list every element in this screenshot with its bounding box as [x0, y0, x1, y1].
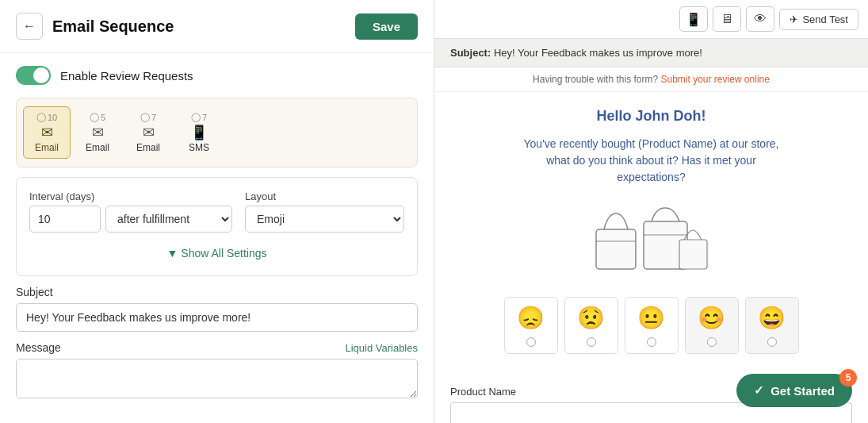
save-button[interactable]: Save [355, 13, 418, 40]
email-greeting: Hello John Doh! [466, 108, 836, 125]
right-panel: 📱 🖥 👁 ✈ Send Test Subject: Hey! Your Fee… [434, 0, 868, 423]
tab-type-0: Email [35, 142, 59, 153]
left-panel: ← Email Sequence Save Enable Review Requ… [0, 0, 434, 423]
emoji-5: 😄 [758, 305, 786, 331]
tab-day-1: ◯5 [90, 112, 105, 122]
email-icon-0: ✉ [41, 124, 53, 141]
top-bar: ← Email Sequence Save [0, 0, 434, 53]
send-icon: ✈ [790, 13, 798, 25]
get-started-badge: 5 [839, 369, 857, 386]
mobile-icon: 📱 [686, 12, 702, 27]
interval-input[interactable]: 10 [29, 206, 101, 233]
tab-type-3: SMS [189, 142, 209, 153]
rating-item-4[interactable]: 😊 [685, 297, 739, 354]
rating-radio-4[interactable] [707, 337, 717, 347]
subject-input[interactable] [16, 303, 418, 332]
page-title: Email Sequence [52, 17, 355, 36]
rating-item-1[interactable]: 😞 [504, 297, 558, 354]
desktop-view-button[interactable]: 🖥 [713, 6, 741, 32]
trouble-text: Having trouble with this form? [533, 74, 658, 85]
sequence-tabs: ◯10 ✉ Email ◯5 ✉ Email ◯7 ✉ Email ◯7 📱 S… [16, 98, 418, 167]
show-settings-label: Show All Settings [181, 247, 266, 260]
tab-type-1: Email [86, 142, 109, 153]
message-row: Message Liquid Variables [16, 341, 418, 354]
trouble-bar: Having trouble with this form? Submit yo… [434, 67, 868, 92]
preview-button[interactable]: 👁 [746, 6, 774, 32]
show-settings-button[interactable]: ▼ Show All Settings [29, 244, 404, 263]
get-started-checkmark: ✓ [754, 383, 764, 398]
subject-label: Subject [16, 286, 418, 298]
enable-label: Enable Review Requests [60, 69, 193, 83]
subject-bar: Subject: Hey! Your Feedback makes us imp… [434, 39, 868, 67]
rating-item-2[interactable]: 😟 [564, 297, 618, 354]
interval-label: Interval (days) [29, 190, 232, 202]
rating-item-3[interactable]: 😐 [625, 297, 679, 354]
rating-item-5[interactable]: 😄 [745, 297, 799, 354]
emoji-3: 😐 [637, 305, 665, 331]
emoji-4: 😊 [698, 305, 725, 331]
subject-box: Subject [16, 286, 418, 332]
sequence-tab-2[interactable]: ◯7 ✉ Email [124, 107, 172, 158]
rating-radio-1[interactable] [526, 337, 536, 347]
get-started-button[interactable]: ✓ Get Started 5 [736, 374, 852, 407]
liquid-variables-button[interactable]: Liquid Variables [345, 342, 418, 354]
message-textarea[interactable] [16, 359, 418, 398]
get-started-label: Get Started [770, 384, 835, 398]
preview-subject-text: Hey! Your Feedback makes us improve more… [494, 47, 702, 59]
send-test-button[interactable]: ✈ Send Test [779, 9, 858, 30]
message-label: Message [16, 341, 61, 354]
sms-icon-3: 📱 [190, 124, 208, 141]
emoji-1: 😞 [517, 305, 545, 331]
rating-radio-3[interactable] [647, 337, 656, 347]
tab-type-2: Email [136, 142, 160, 153]
email-preview: Having trouble with this form? Submit yo… [434, 67, 868, 423]
settings-row: Interval (days) 10 after fulfillment aft… [29, 190, 404, 233]
submit-review-link[interactable]: Submit your review online [661, 74, 770, 85]
send-test-label: Send Test [802, 13, 848, 25]
interval-group: Interval (days) 10 after fulfillment aft… [29, 190, 232, 233]
email-icon-1: ✉ [92, 124, 104, 141]
emoji-2: 😟 [577, 305, 605, 331]
sequence-tab-0[interactable]: ◯10 ✉ Email [23, 106, 71, 159]
email-body-text: You've recently bought (Product Name) at… [517, 136, 786, 186]
svg-rect-4 [679, 240, 707, 269]
layout-label: Layout [245, 190, 404, 202]
product-illustration [588, 202, 715, 281]
timing-select[interactable]: after fulfillment after delivery after o… [105, 206, 232, 233]
layout-group: Layout Emoji Stars Numbers [245, 190, 404, 233]
eye-icon: 👁 [754, 12, 767, 26]
tab-day-2: ◯7 [140, 112, 156, 122]
chevron-icon: ▼ [166, 247, 178, 260]
tab-day-3: ◯7 [191, 112, 207, 122]
email-body: Hello John Doh! You've recently bought (… [434, 92, 868, 386]
enable-row: Enable Review Requests [0, 53, 434, 98]
sequence-tab-1[interactable]: ◯5 ✉ Email [74, 107, 121, 158]
mobile-view-button[interactable]: 📱 [679, 6, 708, 32]
tab-day-0: ◯10 [36, 112, 57, 122]
enable-toggle[interactable] [16, 66, 51, 85]
sequence-tab-3[interactable]: ◯7 📱 SMS [175, 107, 223, 158]
subject-prefix: Subject: [450, 47, 491, 59]
desktop-icon: 🖥 [721, 12, 733, 26]
back-button[interactable]: ← [16, 13, 43, 40]
svg-rect-0 [596, 229, 636, 269]
preview-toolbar: 📱 🖥 👁 ✈ Send Test [434, 0, 868, 39]
settings-box: Interval (days) 10 after fulfillment aft… [16, 177, 418, 276]
layout-select[interactable]: Emoji Stars Numbers [245, 206, 404, 233]
rating-radio-2[interactable] [587, 337, 596, 347]
rating-radio-5[interactable] [767, 337, 777, 347]
rating-row: 😞 😟 😐 😊 😄 [466, 297, 836, 354]
email-icon-2: ✉ [143, 124, 155, 141]
